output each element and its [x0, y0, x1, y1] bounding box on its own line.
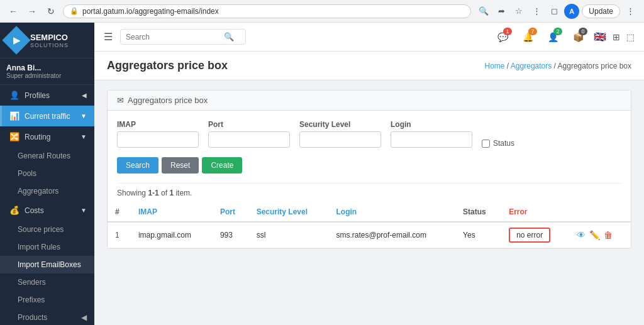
filter-row: IMAP Port Security Level: [117, 120, 621, 174]
imap-input[interactable]: [117, 131, 199, 148]
result-range: 1-1: [148, 189, 158, 197]
security-field: Security Level: [299, 120, 381, 148]
status-field: Status: [482, 139, 514, 148]
cell-login: sms.rates@prof-email.com: [328, 222, 455, 248]
search-action-icon[interactable]: 🔍: [476, 4, 491, 19]
routing-arrow-icon: ▼: [80, 133, 87, 140]
profile-circle[interactable]: A: [564, 4, 579, 19]
col-login[interactable]: Login: [328, 202, 455, 222]
filter-section: IMAP Port Security Level: [108, 111, 631, 183]
search-magnifier-icon: 🔍: [224, 32, 234, 41]
sidebar-label-source-prices: Source prices: [18, 225, 64, 234]
package-badge: 0: [579, 28, 587, 35]
sidebar-item-routing[interactable]: 🔀 Routing ▼: [0, 126, 94, 147]
sidebar-item-pools[interactable]: Pools: [0, 165, 94, 182]
search-box: 🔍: [120, 29, 246, 45]
sidebar-item-senders[interactable]: Senders: [0, 273, 94, 291]
package-notification-btn[interactable]: 📦 0: [569, 28, 587, 47]
page-title: Aggregators price box: [107, 59, 228, 72]
breadcrumb-home[interactable]: Home: [484, 62, 504, 70]
panel-header: ✉ Aggregators price box: [108, 91, 631, 111]
cell-error: no error: [501, 222, 569, 248]
sidebar-item-import-emailboxes[interactable]: Import EmailBoxes: [0, 256, 94, 273]
products-arrow-icon: ◀: [81, 313, 87, 322]
sidebar-item-import-rules[interactable]: Import Rules: [0, 238, 94, 256]
more-button[interactable]: ⋮: [623, 4, 638, 19]
sidebar-item-prefixes[interactable]: Prefixes: [0, 291, 94, 309]
cell-security: ssl: [249, 222, 329, 248]
forward-button[interactable]: →: [25, 4, 39, 18]
menu-icon[interactable]: ⋮: [529, 4, 544, 19]
col-imap[interactable]: IMAP: [131, 202, 213, 222]
table-header: # IMAP Port Security Level Login Status …: [108, 202, 631, 222]
col-security[interactable]: Security Level: [249, 202, 329, 222]
back-button[interactable]: ←: [6, 4, 20, 18]
bookmark-send-icon[interactable]: ➦: [494, 4, 509, 19]
tab-icon[interactable]: ◻: [547, 4, 562, 19]
grid-icon[interactable]: ⊞: [613, 32, 620, 42]
sidebar: ▶ SEMPICO SOLUTIONS Anna Bi... Super adm…: [0, 23, 94, 325]
hamburger-icon[interactable]: ☰: [104, 31, 113, 43]
refresh-button[interactable]: ↻: [44, 4, 58, 18]
imap-field: IMAP: [117, 120, 199, 148]
edit-action-icon[interactable]: ✏️: [589, 230, 600, 240]
col-port[interactable]: Port: [213, 202, 249, 222]
table-row: 1 imap.gmail.com 993 ssl sms.rates@prof-…: [108, 222, 631, 248]
sidebar-logo: ▶ SEMPICO SOLUTIONS: [0, 23, 94, 58]
lock-icon: 🔒: [70, 7, 79, 15]
breadcrumb-current: Aggregators price box: [558, 62, 631, 70]
sidebar-item-current-traffic[interactable]: 📊 Current traffic ▼: [0, 106, 94, 126]
col-num: #: [108, 202, 131, 222]
reset-button[interactable]: Reset: [162, 157, 199, 174]
sidebar-item-costs[interactable]: 💰 Costs ▼: [0, 200, 94, 221]
sidebar-item-aggregators[interactable]: Aggregators: [0, 182, 94, 200]
create-button[interactable]: Create: [202, 157, 242, 174]
browser-bar: ← → ↻ 🔒 portal.gatum.io/aggregating-emai…: [0, 0, 644, 23]
chat-notification-btn[interactable]: 💬 1: [493, 28, 512, 47]
sidebar-item-source-prices[interactable]: Source prices: [0, 221, 94, 238]
breadcrumb: Home / Aggregators / Aggregators price b…: [484, 62, 631, 70]
sidebar-item-products[interactable]: Products ◀: [0, 309, 94, 325]
port-input[interactable]: [208, 131, 290, 148]
bell-badge: 7: [528, 28, 537, 35]
status-label-text: Status: [493, 139, 514, 148]
costs-arrow-icon: ▼: [80, 207, 87, 214]
user-section: Anna Bi... Super administrator: [0, 58, 94, 85]
sidebar-label-general-routes: General Routes: [18, 151, 70, 160]
sidebar-item-profiles[interactable]: 👤 Profiles ◀: [0, 85, 94, 106]
user-badge: 2: [553, 28, 562, 35]
sidebar-label-products: Products: [18, 313, 47, 322]
search-input[interactable]: [126, 33, 220, 41]
col-actions: [569, 202, 631, 222]
port-field: Port: [208, 120, 290, 148]
security-label: Security Level: [299, 120, 381, 129]
star-icon[interactable]: ☆: [511, 4, 526, 19]
update-button[interactable]: Update: [582, 4, 620, 18]
data-table: # IMAP Port Security Level Login Status …: [108, 202, 631, 248]
panel-title: Aggregators price box: [128, 96, 208, 105]
flag-icon[interactable]: 🇬🇧: [594, 31, 606, 43]
user-name: Anna Bi...: [6, 63, 88, 72]
action-icons-group: 👁 ✏️ 🗑: [577, 230, 623, 240]
sidebar-label-pools: Pools: [18, 169, 36, 178]
search-button[interactable]: Search: [117, 157, 158, 174]
main-content: Aggregators price box Home / Aggregators…: [94, 52, 644, 325]
sidebar-item-general-routes[interactable]: General Routes: [0, 147, 94, 165]
logo-diamond: ▶: [2, 26, 30, 54]
breadcrumb-aggregators[interactable]: Aggregators: [511, 62, 552, 70]
status-checkbox[interactable]: [482, 140, 490, 148]
login-input[interactable]: [391, 131, 472, 148]
user-role: Super administrator: [6, 72, 88, 79]
sidebar-label-routing: Routing: [25, 133, 50, 141]
chat-badge: 1: [503, 28, 512, 35]
result-info: Showing 1-1 of 1 item.: [108, 184, 631, 202]
routing-icon: 🔀: [9, 132, 19, 141]
cell-num: 1: [108, 222, 131, 248]
user-notification-btn[interactable]: 👤 2: [543, 28, 562, 47]
result-total: 1: [169, 189, 174, 197]
security-input[interactable]: [299, 131, 381, 148]
delete-action-icon[interactable]: 🗑: [604, 230, 613, 240]
signout-icon[interactable]: ⬚: [626, 32, 635, 42]
view-action-icon[interactable]: 👁: [577, 230, 586, 240]
bell-notification-btn[interactable]: 🔔 7: [518, 28, 537, 47]
